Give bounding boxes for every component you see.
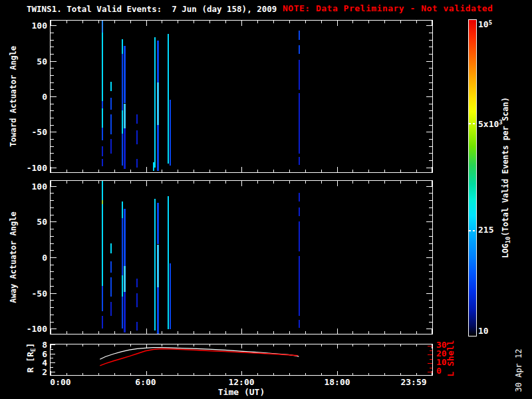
y-axis-tick (51, 315, 54, 315)
y-axis-tick (51, 286, 54, 287)
x-axis-tick (368, 21, 369, 23)
x-axis-tick (162, 170, 162, 172)
radius-axis-title-text: R [R (25, 352, 35, 372)
spectrogram-stripe (110, 243, 112, 253)
lshell-axis-tick (430, 350, 432, 351)
y-axis-tick (429, 300, 432, 301)
spectrogram-stripe (110, 114, 112, 134)
x-axis-tick (257, 170, 258, 172)
x-axis-tick (82, 170, 83, 172)
y-axis-tick (51, 293, 57, 294)
x-axis-tick (241, 344, 242, 348)
x-axis-tick (114, 331, 115, 334)
y-axis-tick (429, 322, 432, 323)
r-tick-label: 2 (42, 368, 47, 376)
x-axis-tick (321, 181, 322, 184)
x-axis-tick (162, 331, 162, 334)
x-axis-tick (257, 373, 258, 375)
y-axis-tick (426, 329, 432, 329)
x-axis-tick (209, 21, 210, 23)
x-tick-label: 18:00 (324, 378, 350, 386)
y-axis-tick (426, 257, 432, 258)
away-actuator-spectrogram-panel (50, 180, 433, 334)
x-axis-tick (241, 167, 242, 172)
x-axis-tick (114, 344, 115, 346)
x-axis-tick (146, 329, 147, 334)
x-axis-tick (257, 21, 258, 23)
r-tick-label: 8 (42, 340, 47, 349)
y-axis-tick (51, 110, 54, 111)
preliminary-warning-note: NOTE: Data Preliminary - Not validated (283, 3, 493, 13)
x-axis-tick (352, 373, 353, 375)
x-axis-tick (130, 181, 131, 184)
x-axis-tick (130, 21, 131, 23)
spectrogram-stripe (102, 33, 103, 101)
y-axis-tick (429, 54, 432, 55)
colorbar-tick-label: 215 (478, 225, 493, 234)
x-axis-tick (178, 373, 178, 375)
x-axis-tick (337, 21, 338, 26)
spectrogram-stripe (102, 286, 103, 311)
colorbar-tick-label: 10 (478, 327, 489, 335)
x-axis-tick (209, 331, 210, 334)
lshell-axis-tick (428, 363, 432, 364)
spectrogram-stripe (122, 218, 123, 275)
spectrogram-stripe (299, 207, 300, 216)
y-axis-tick (429, 89, 432, 90)
spectrogram-stripe (157, 125, 159, 171)
x-axis-tick (321, 21, 322, 23)
x-axis-tick (98, 181, 99, 184)
twins1-valid-events-figure: TWINS1. Total Valid Events: 7 Jun (day 1… (0, 0, 532, 399)
x-axis-tick (384, 21, 385, 23)
spectrogram-stripe (157, 287, 159, 334)
spectrogram-stripe (299, 221, 300, 251)
y-axis-tick (429, 104, 432, 104)
x-axis-tick (432, 181, 432, 186)
colorbar-tick-dash (469, 230, 476, 231)
spectrogram-stripe (122, 297, 123, 329)
y-axis-tick (426, 186, 432, 187)
y-axis-tick (426, 293, 432, 294)
x-axis-tick (289, 373, 290, 375)
x-axis-tick (98, 21, 99, 23)
x-axis-tick (352, 331, 353, 334)
spectrogram-stripe (122, 39, 123, 54)
colorbar-tick-dash (469, 123, 476, 124)
x-axis-tick (416, 170, 417, 172)
y-tick-label: 100 (32, 21, 47, 30)
colorbar-tick-label: 105 (478, 19, 492, 29)
radius-axis-title-subscript: E (30, 348, 37, 352)
lshell-axis-tick (430, 368, 432, 368)
x-tick-label: 23:59 (400, 378, 426, 386)
lshell-line (100, 348, 298, 366)
x-axis-tick (194, 21, 194, 23)
x-axis-tick (384, 344, 385, 346)
radius-axis-title: R [RE] (25, 343, 37, 373)
y-axis-tick (429, 118, 432, 118)
x-axis-tick (305, 170, 306, 172)
x-axis-tick (225, 21, 226, 23)
x-axis-tick (321, 373, 322, 375)
x-axis-tick (305, 344, 306, 346)
spectrogram-stripe (299, 320, 300, 328)
spectrogram-stripe (136, 322, 138, 331)
y-axis-tick (429, 110, 432, 111)
x-axis-tick (194, 344, 194, 346)
spectrogram-stripe (102, 128, 103, 140)
x-axis-tick (225, 181, 226, 184)
r-axis-tick (51, 354, 55, 354)
x-axis-tick (178, 331, 178, 334)
y-axis-tick (51, 265, 54, 265)
x-axis-tick (194, 331, 194, 334)
x-axis-tick (368, 331, 369, 334)
y-axis-tick (51, 257, 57, 258)
spectrogram-stripe (102, 181, 103, 200)
x-axis-tick (178, 170, 178, 172)
x-axis-tick (337, 329, 338, 334)
x-axis-tick (400, 170, 401, 172)
lshell-axis-tick (428, 372, 432, 372)
x-axis-tick (209, 181, 210, 184)
y-axis-tick (429, 82, 432, 83)
y-axis-tick (429, 307, 432, 308)
x-axis-tick (130, 344, 131, 346)
